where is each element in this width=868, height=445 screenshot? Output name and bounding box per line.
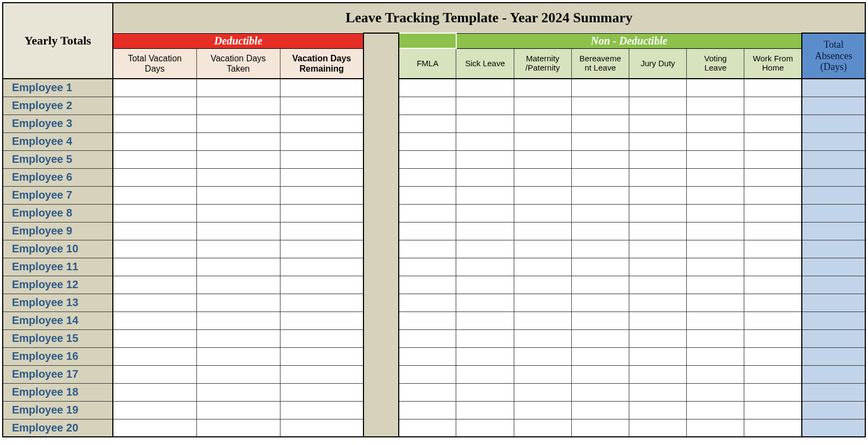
cell-jury-duty[interactable] (629, 312, 687, 329)
cell-jury-duty[interactable] (629, 240, 687, 258)
cell-total-vacation[interactable] (113, 168, 196, 186)
cell-total-vacation[interactable] (113, 276, 196, 294)
cell-vacation-remaining[interactable] (280, 276, 363, 294)
cell-fmla[interactable] (399, 132, 456, 150)
cell-fmla[interactable] (399, 312, 456, 329)
cell-bereavement[interactable] (571, 365, 629, 383)
cell-sick-leave[interactable] (456, 150, 514, 168)
cell-wfh[interactable] (744, 132, 802, 150)
cell-sick-leave[interactable] (456, 401, 514, 419)
cell-total-absences[interactable] (802, 258, 865, 276)
cell-total-absences[interactable] (802, 365, 865, 383)
cell-wfh[interactable] (744, 401, 802, 419)
cell-bereavement[interactable] (571, 168, 629, 186)
cell-jury-duty[interactable] (629, 419, 687, 437)
cell-voting[interactable] (687, 186, 744, 204)
cell-voting[interactable] (687, 383, 744, 401)
cell-vacation-remaining[interactable] (280, 115, 363, 132)
cell-vacation-taken[interactable] (196, 383, 280, 401)
cell-vacation-taken[interactable] (196, 168, 280, 186)
cell-wfh[interactable] (744, 115, 802, 132)
cell-maternity[interactable] (514, 97, 571, 115)
cell-wfh[interactable] (744, 240, 802, 258)
cell-total-vacation[interactable] (113, 204, 196, 222)
cell-sick-leave[interactable] (456, 258, 514, 276)
cell-sick-leave[interactable] (456, 347, 514, 365)
cell-fmla[interactable] (399, 168, 456, 186)
cell-jury-duty[interactable] (629, 294, 687, 312)
cell-fmla[interactable] (399, 419, 456, 437)
cell-wfh[interactable] (744, 276, 802, 294)
cell-fmla[interactable] (399, 383, 456, 401)
cell-wfh[interactable] (744, 79, 802, 97)
cell-vacation-remaining[interactable] (280, 168, 363, 186)
cell-total-vacation[interactable] (113, 132, 196, 150)
cell-wfh[interactable] (744, 258, 802, 276)
cell-vacation-taken[interactable] (196, 276, 280, 294)
cell-total-vacation[interactable] (113, 150, 196, 168)
cell-voting[interactable] (687, 312, 744, 329)
cell-fmla[interactable] (399, 294, 456, 312)
cell-total-absences[interactable] (802, 150, 865, 168)
cell-vacation-remaining[interactable] (280, 329, 363, 347)
cell-total-absences[interactable] (802, 329, 865, 347)
cell-vacation-taken[interactable] (196, 347, 280, 365)
cell-voting[interactable] (687, 222, 744, 240)
cell-total-vacation[interactable] (113, 258, 196, 276)
cell-fmla[interactable] (399, 222, 456, 240)
cell-sick-leave[interactable] (456, 312, 514, 329)
cell-voting[interactable] (687, 347, 744, 365)
cell-jury-duty[interactable] (629, 276, 687, 294)
cell-sick-leave[interactable] (456, 294, 514, 312)
cell-bereavement[interactable] (571, 97, 629, 115)
cell-fmla[interactable] (399, 329, 456, 347)
cell-vacation-remaining[interactable] (280, 419, 363, 437)
cell-fmla[interactable] (399, 276, 456, 294)
cell-jury-duty[interactable] (629, 329, 687, 347)
cell-maternity[interactable] (514, 365, 571, 383)
cell-total-absences[interactable] (802, 312, 865, 329)
cell-jury-duty[interactable] (629, 115, 687, 132)
cell-voting[interactable] (687, 132, 744, 150)
cell-vacation-remaining[interactable] (280, 186, 363, 204)
cell-vacation-remaining[interactable] (280, 97, 363, 115)
cell-total-vacation[interactable] (113, 383, 196, 401)
cell-wfh[interactable] (744, 365, 802, 383)
cell-bereavement[interactable] (571, 186, 629, 204)
cell-total-absences[interactable] (802, 168, 865, 186)
cell-wfh[interactable] (744, 222, 802, 240)
cell-voting[interactable] (687, 401, 744, 419)
cell-total-absences[interactable] (802, 401, 865, 419)
cell-maternity[interactable] (514, 222, 571, 240)
cell-wfh[interactable] (744, 150, 802, 168)
cell-total-absences[interactable] (802, 79, 865, 97)
cell-jury-duty[interactable] (629, 186, 687, 204)
cell-vacation-taken[interactable] (196, 419, 280, 437)
cell-sick-leave[interactable] (456, 186, 514, 204)
cell-wfh[interactable] (744, 97, 802, 115)
cell-voting[interactable] (687, 276, 744, 294)
cell-sick-leave[interactable] (456, 365, 514, 383)
cell-sick-leave[interactable] (456, 132, 514, 150)
cell-fmla[interactable] (399, 365, 456, 383)
cell-vacation-taken[interactable] (196, 365, 280, 383)
cell-vacation-remaining[interactable] (280, 401, 363, 419)
cell-bereavement[interactable] (571, 222, 629, 240)
cell-vacation-remaining[interactable] (280, 365, 363, 383)
cell-vacation-taken[interactable] (196, 204, 280, 222)
cell-voting[interactable] (687, 258, 744, 276)
cell-total-vacation[interactable] (113, 240, 196, 258)
cell-vacation-remaining[interactable] (280, 204, 363, 222)
cell-voting[interactable] (687, 97, 744, 115)
cell-total-vacation[interactable] (113, 186, 196, 204)
cell-bereavement[interactable] (571, 401, 629, 419)
cell-fmla[interactable] (399, 401, 456, 419)
cell-total-absences[interactable] (802, 222, 865, 240)
cell-total-vacation[interactable] (113, 419, 196, 437)
cell-voting[interactable] (687, 365, 744, 383)
cell-total-vacation[interactable] (113, 222, 196, 240)
cell-vacation-taken[interactable] (196, 312, 280, 329)
cell-maternity[interactable] (514, 168, 571, 186)
cell-fmla[interactable] (399, 79, 456, 97)
cell-fmla[interactable] (399, 150, 456, 168)
